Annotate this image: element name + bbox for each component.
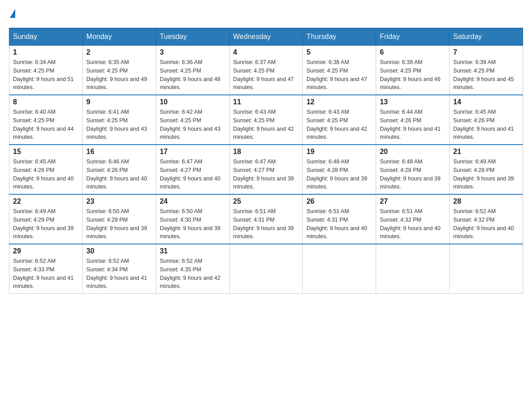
day-info: Sunrise: 6:39 AM Sunset: 4:25 PM Dayligh… [453,58,519,92]
day-info: Sunrise: 6:52 AM Sunset: 4:35 PM Dayligh… [160,257,226,291]
calendar-cell: 12 Sunrise: 6:43 AM Sunset: 4:25 PM Dayl… [303,95,376,145]
calendar-cell: 26 Sunrise: 6:51 AM Sunset: 4:31 PM Dayl… [303,194,376,244]
calendar-week-row: 8 Sunrise: 6:40 AM Sunset: 4:25 PM Dayli… [9,95,523,145]
day-number: 18 [233,148,299,156]
day-number: 24 [160,197,226,206]
day-number: 6 [380,48,446,56]
day-number: 4 [233,48,299,56]
day-number: 16 [86,148,152,156]
day-number: 14 [453,98,519,106]
calendar-cell [229,244,303,294]
calendar-cell: 13 Sunrise: 6:44 AM Sunset: 4:26 PM Dayl… [376,95,450,145]
day-info: Sunrise: 6:35 AM Sunset: 4:25 PM Dayligh… [86,58,152,92]
day-info: Sunrise: 6:51 AM Sunset: 4:31 PM Dayligh… [233,207,299,241]
calendar-cell: 8 Sunrise: 6:40 AM Sunset: 4:25 PM Dayli… [9,95,83,145]
day-header-sunday: Sunday [9,28,83,46]
calendar-cell: 31 Sunrise: 6:52 AM Sunset: 4:35 PM Dayl… [156,244,229,294]
day-number: 12 [306,98,372,106]
calendar-cell: 16 Sunrise: 6:46 AM Sunset: 4:26 PM Dayl… [82,145,156,194]
day-info: Sunrise: 6:51 AM Sunset: 4:32 PM Dayligh… [380,207,446,241]
day-info: Sunrise: 6:47 AM Sunset: 4:27 PM Dayligh… [160,158,226,191]
day-info: Sunrise: 6:38 AM Sunset: 4:25 PM Dayligh… [306,58,372,92]
day-info: Sunrise: 6:49 AM Sunset: 4:29 PM Dayligh… [13,207,79,241]
calendar-cell: 15 Sunrise: 6:45 AM Sunset: 4:26 PM Dayl… [9,145,83,194]
day-number: 21 [453,148,519,156]
calendar-cell: 9 Sunrise: 6:41 AM Sunset: 4:25 PM Dayli… [82,95,156,145]
calendar-week-row: 1 Sunrise: 6:34 AM Sunset: 4:25 PM Dayli… [9,46,523,95]
day-header-monday: Monday [82,28,156,46]
day-info: Sunrise: 6:50 AM Sunset: 4:30 PM Dayligh… [160,207,226,241]
calendar-cell: 22 Sunrise: 6:49 AM Sunset: 4:29 PM Dayl… [9,194,83,244]
calendar-cell: 24 Sunrise: 6:50 AM Sunset: 4:30 PM Dayl… [156,194,229,244]
day-number: 3 [160,48,226,56]
day-info: Sunrise: 6:36 AM Sunset: 4:25 PM Dayligh… [160,58,226,92]
calendar-week-row: 29 Sunrise: 6:52 AM Sunset: 4:33 PM Dayl… [9,244,523,294]
day-header-thursday: Thursday [303,28,376,46]
day-number: 29 [13,247,79,255]
day-number: 23 [86,197,152,206]
day-header-tuesday: Tuesday [156,28,229,46]
day-number: 26 [306,197,372,206]
day-number: 2 [86,48,152,56]
day-info: Sunrise: 6:37 AM Sunset: 4:25 PM Dayligh… [233,58,299,92]
day-info: Sunrise: 6:42 AM Sunset: 4:25 PM Dayligh… [160,108,226,141]
calendar-cell: 6 Sunrise: 6:39 AM Sunset: 4:25 PM Dayli… [376,46,450,95]
day-number: 9 [86,98,152,106]
logo [9,9,15,19]
calendar-cell [450,244,523,294]
day-info: Sunrise: 6:43 AM Sunset: 4:25 PM Dayligh… [306,108,372,141]
day-info: Sunrise: 6:46 AM Sunset: 4:26 PM Dayligh… [86,158,152,191]
day-number: 20 [380,148,446,156]
day-info: Sunrise: 6:48 AM Sunset: 4:28 PM Dayligh… [380,158,446,191]
calendar-header-row: SundayMondayTuesdayWednesdayThursdayFrid… [9,28,523,46]
day-info: Sunrise: 6:43 AM Sunset: 4:25 PM Dayligh… [233,108,299,141]
logo-triangle-icon [10,9,15,18]
day-number: 22 [13,197,79,206]
calendar-cell: 17 Sunrise: 6:47 AM Sunset: 4:27 PM Dayl… [156,145,229,194]
day-info: Sunrise: 6:40 AM Sunset: 4:25 PM Dayligh… [13,108,79,141]
calendar-cell: 25 Sunrise: 6:51 AM Sunset: 4:31 PM Dayl… [229,194,303,244]
calendar-cell: 4 Sunrise: 6:37 AM Sunset: 4:25 PM Dayli… [229,46,303,95]
day-info: Sunrise: 6:41 AM Sunset: 4:25 PM Dayligh… [86,108,152,141]
day-info: Sunrise: 6:48 AM Sunset: 4:28 PM Dayligh… [306,158,372,191]
day-number: 13 [380,98,446,106]
day-info: Sunrise: 6:45 AM Sunset: 4:26 PM Dayligh… [13,158,79,191]
day-number: 19 [306,148,372,156]
day-info: Sunrise: 6:44 AM Sunset: 4:26 PM Dayligh… [380,108,446,141]
calendar-cell: 10 Sunrise: 6:42 AM Sunset: 4:25 PM Dayl… [156,95,229,145]
calendar-cell: 29 Sunrise: 6:52 AM Sunset: 4:33 PM Dayl… [9,244,83,294]
calendar-cell: 20 Sunrise: 6:48 AM Sunset: 4:28 PM Dayl… [376,145,450,194]
day-info: Sunrise: 6:50 AM Sunset: 4:29 PM Dayligh… [86,207,152,241]
calendar-cell: 27 Sunrise: 6:51 AM Sunset: 4:32 PM Dayl… [376,194,450,244]
calendar-cell: 30 Sunrise: 6:52 AM Sunset: 4:34 PM Dayl… [82,244,156,294]
day-number: 10 [160,98,226,106]
calendar-cell: 1 Sunrise: 6:34 AM Sunset: 4:25 PM Dayli… [9,46,83,95]
day-header-friday: Friday [376,28,450,46]
calendar-week-row: 15 Sunrise: 6:45 AM Sunset: 4:26 PM Dayl… [9,145,523,194]
day-number: 30 [86,247,152,255]
day-number: 1 [13,48,79,56]
calendar-cell: 19 Sunrise: 6:48 AM Sunset: 4:28 PM Dayl… [303,145,376,194]
calendar-cell: 11 Sunrise: 6:43 AM Sunset: 4:25 PM Dayl… [229,95,303,145]
day-info: Sunrise: 6:52 AM Sunset: 4:34 PM Dayligh… [86,257,152,291]
calendar-cell: 21 Sunrise: 6:49 AM Sunset: 4:28 PM Dayl… [450,145,523,194]
calendar-table: SundayMondayTuesdayWednesdayThursdayFrid… [9,28,523,294]
calendar-week-row: 22 Sunrise: 6:49 AM Sunset: 4:29 PM Dayl… [9,194,523,244]
day-number: 31 [160,247,226,255]
day-header-saturday: Saturday [450,28,523,46]
calendar-cell: 5 Sunrise: 6:38 AM Sunset: 4:25 PM Dayli… [303,46,376,95]
day-info: Sunrise: 6:52 AM Sunset: 4:32 PM Dayligh… [453,207,519,241]
calendar-cell [303,244,376,294]
day-info: Sunrise: 6:39 AM Sunset: 4:25 PM Dayligh… [380,58,446,92]
day-info: Sunrise: 6:52 AM Sunset: 4:33 PM Dayligh… [13,257,79,291]
day-number: 25 [233,197,299,206]
day-info: Sunrise: 6:51 AM Sunset: 4:31 PM Dayligh… [306,207,372,241]
day-number: 17 [160,148,226,156]
calendar-cell: 7 Sunrise: 6:39 AM Sunset: 4:25 PM Dayli… [450,46,523,95]
day-number: 15 [13,148,79,156]
calendar-cell: 23 Sunrise: 6:50 AM Sunset: 4:29 PM Dayl… [82,194,156,244]
calendar-cell [376,244,450,294]
day-number: 27 [380,197,446,206]
calendar-cell: 14 Sunrise: 6:45 AM Sunset: 4:26 PM Dayl… [450,95,523,145]
day-info: Sunrise: 6:49 AM Sunset: 4:28 PM Dayligh… [453,158,519,191]
